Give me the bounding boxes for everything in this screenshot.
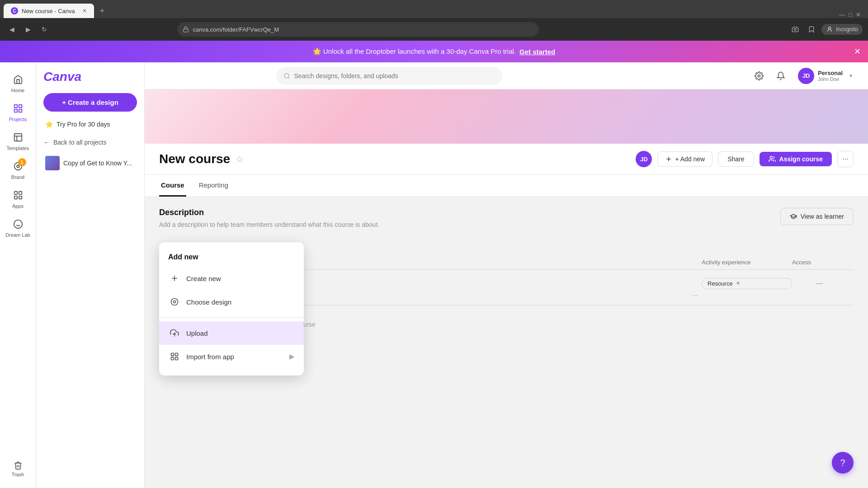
dropdown-item-create[interactable]: Create new: [159, 267, 304, 290]
dropdown-item-import[interactable]: Import from app ▶: [159, 345, 304, 368]
tab-close-btn[interactable]: ✕: [82, 8, 87, 14]
sidebar-home-label: Home: [11, 88, 24, 93]
back-label: Back to all projects: [53, 139, 107, 146]
svg-rect-0: [184, 29, 189, 32]
svg-point-16: [284, 73, 289, 78]
favorite-btn[interactable]: ☆: [236, 154, 244, 164]
sidebar: Home Projects Templates 1 Brand: [0, 62, 36, 488]
sidebar-apps-label: Apps: [12, 203, 24, 209]
dropdown-item-upload[interactable]: Upload: [159, 321, 304, 345]
row-more-btn[interactable]: ···: [692, 291, 698, 300]
forward-nav-btn[interactable]: ▶: [22, 23, 34, 36]
sidebar-item-brand[interactable]: 1 Brand: [3, 156, 33, 183]
svg-rect-27: [171, 353, 174, 356]
search-input[interactable]: [294, 72, 495, 80]
course-avatar: JD: [636, 151, 652, 167]
app-header: JD Personal John Doe ▼: [145, 62, 868, 89]
svg-rect-6: [14, 109, 17, 112]
user-menu[interactable]: JD Personal John Doe ▼: [794, 66, 857, 86]
svg-rect-12: [14, 196, 17, 199]
add-new-dropdown: Add new Create new Choose design: [159, 242, 304, 375]
active-tab[interactable]: C New course - Canva ✕: [4, 4, 94, 18]
new-tab-btn[interactable]: +: [95, 4, 109, 18]
share-btn[interactable]: Share: [718, 151, 754, 167]
svg-rect-13: [19, 196, 21, 199]
canva-logo: Canva: [43, 70, 137, 84]
sidebar-brand-label: Brand: [11, 174, 24, 180]
create-new-label: Create new: [186, 275, 221, 282]
create-new-icon: [168, 272, 181, 285]
resource-badge[interactable]: Resource ▼: [702, 278, 792, 289]
mortarboard-icon: [790, 213, 797, 220]
sidebar-item-home[interactable]: Home: [3, 70, 33, 97]
project-item[interactable]: Copy of Get to Know Y...: [43, 153, 137, 173]
access-cell: —: [792, 279, 846, 287]
course-title: New course: [159, 152, 230, 166]
notifications-icon[interactable]: [773, 68, 789, 84]
create-design-btn[interactable]: + Create a design: [43, 93, 137, 112]
home-icon: [12, 73, 24, 86]
settings-icon[interactable]: [751, 68, 767, 84]
header-actions: JD + Add new Share Assign course ···: [636, 151, 854, 167]
svg-point-25: [174, 301, 176, 303]
user-info: Personal John Doe: [818, 70, 843, 82]
promo-text: 🌟 Unlock all the Droptober launches with…: [313, 47, 516, 56]
user-name-label: John Doe: [818, 76, 843, 82]
incognito-btn[interactable]: Incognito: [821, 24, 863, 35]
svg-rect-11: [19, 192, 21, 194]
upload-label: Upload: [186, 329, 208, 337]
upload-icon: [168, 327, 181, 339]
svg-point-24: [171, 299, 178, 305]
resource-chevron-icon: ▼: [736, 280, 741, 286]
promo-link[interactable]: Get started: [519, 48, 555, 56]
view-as-learner-btn[interactable]: View as learner: [780, 208, 854, 225]
browser-chrome: C New course - Canva ✕ + — □ ✕ ◀ ▶ ↻ can…: [0, 0, 868, 41]
promo-close-btn[interactable]: ✕: [854, 47, 861, 56]
back-nav-btn[interactable]: ◀: [5, 23, 18, 36]
search-icon: [283, 72, 290, 80]
svg-rect-10: [14, 192, 17, 194]
sidebar-item-projects[interactable]: Projects: [3, 99, 33, 126]
camera-icon[interactable]: [789, 23, 802, 36]
dropdown-item-choose[interactable]: Choose design: [159, 290, 304, 314]
maximize-btn[interactable]: □: [849, 11, 852, 18]
sidebar-item-dreamlab[interactable]: Dream Lab: [3, 214, 33, 241]
course-banner: [145, 89, 868, 144]
tab-course[interactable]: Course: [159, 175, 186, 197]
svg-rect-29: [171, 357, 174, 360]
bookmark-icon[interactable]: [805, 23, 818, 36]
sidebar-item-trash[interactable]: Trash: [3, 457, 33, 481]
brand-icon-wrap: 1: [12, 160, 24, 173]
chevron-down-icon: ▼: [848, 73, 854, 79]
description-placeholder[interactable]: Add a description to help team members u…: [159, 221, 854, 228]
import-icon: [168, 350, 181, 363]
left-panel: Canva + Create a design ⭐ Try Pro for 30…: [36, 62, 145, 488]
tab-reporting[interactable]: Reporting: [197, 175, 230, 197]
try-pro-btn[interactable]: ⭐ Try Pro for 30 days: [43, 117, 137, 131]
assign-course-btn[interactable]: Assign course: [760, 152, 832, 166]
back-to-projects-btn[interactable]: ← Back to all projects: [43, 137, 137, 148]
sidebar-bottom: Trash: [3, 457, 33, 481]
address-bar[interactable]: canva.com/folder/FAFVwcrQe_M: [177, 22, 539, 37]
tabs: Course Reporting: [145, 175, 868, 197]
col-experience: Activity experience: [702, 259, 792, 266]
assign-icon: [769, 155, 776, 163]
sidebar-item-apps[interactable]: Apps: [3, 185, 33, 212]
help-btn[interactable]: ?: [832, 452, 854, 474]
svg-point-2: [829, 27, 831, 29]
sidebar-item-templates[interactable]: Templates: [3, 127, 33, 155]
minimize-btn[interactable]: —: [839, 11, 845, 18]
refresh-btn[interactable]: ↻: [38, 23, 51, 36]
more-options-btn[interactable]: ···: [837, 151, 854, 167]
star-icon: ⭐: [45, 121, 53, 128]
svg-point-18: [758, 75, 760, 77]
svg-rect-7: [14, 134, 22, 141]
close-window-btn[interactable]: ✕: [856, 11, 861, 18]
sidebar-projects-label: Projects: [9, 117, 27, 122]
dropdown-title: Add new: [159, 249, 304, 267]
add-new-btn[interactable]: + Add new: [657, 151, 712, 167]
svg-point-8: [17, 165, 19, 168]
import-label: Import from app: [186, 353, 234, 361]
search-bar[interactable]: [276, 67, 502, 85]
svg-line-17: [288, 77, 290, 78]
